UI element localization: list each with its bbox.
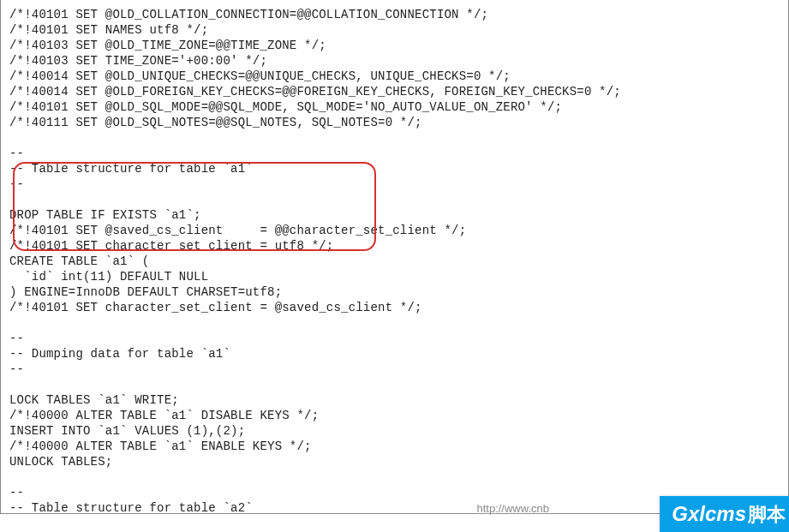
sql-code-block: /*!40101 SET @OLD_COLLATION_CONNECTION=@… [9,7,780,514]
code-viewer-panel: /*!40101 SET @OLD_COLLATION_CONNECTION=@… [0,0,789,514]
watermark-source-text: http://www.cnb [476,502,549,515]
logo-text-en: Gxlcms [672,502,746,525]
logo-text-cn: 脚本 [748,504,786,525]
site-logo-strip: Gxlcms脚本 [660,496,789,532]
